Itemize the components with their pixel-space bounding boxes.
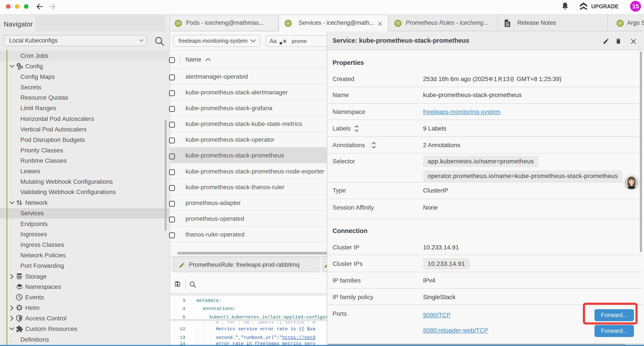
svg-text:HELM: HELM — [18, 307, 21, 309]
